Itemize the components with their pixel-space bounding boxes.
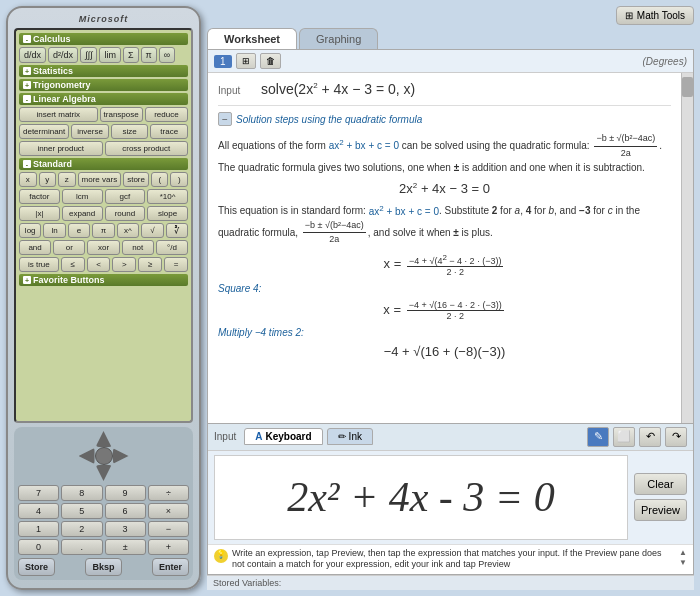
tab-graphing[interactable]: Graphing	[299, 28, 378, 49]
tab-worksheet[interactable]: Worksheet	[207, 28, 297, 49]
btn-slope[interactable]: slope	[147, 206, 188, 221]
backspace-button[interactable]: Bksp	[85, 558, 121, 576]
hint-scroll-up[interactable]: ▲	[679, 548, 687, 558]
favorite-toggle[interactable]: +	[23, 276, 31, 284]
btn-store[interactable]: store	[123, 172, 149, 187]
dpad-right[interactable]	[113, 448, 129, 464]
num-sign[interactable]: ±	[105, 539, 146, 555]
num-minus[interactable]: −	[148, 521, 189, 537]
btn-pi2[interactable]: π	[92, 223, 114, 238]
hint-scroll-down[interactable]: ▼	[679, 558, 687, 568]
btn-xpow[interactable]: x^	[117, 223, 139, 238]
dpad-up[interactable]	[96, 431, 112, 447]
calc-integral[interactable]: ∫∫∫	[80, 47, 97, 63]
num-8[interactable]: 8	[61, 485, 102, 501]
worksheet-scrollbar[interactable]	[681, 73, 693, 423]
btn-transpose[interactable]: transpose	[100, 107, 143, 122]
num-mul[interactable]: ×	[148, 503, 189, 519]
undo-button[interactable]: ↶	[639, 427, 661, 447]
standard-toggle[interactable]: -	[23, 160, 31, 168]
btn-abs[interactable]: |x|	[19, 206, 60, 221]
num-1[interactable]: 1	[18, 521, 59, 537]
favorite-header[interactable]: + Favorite Buttons	[19, 274, 188, 286]
linear-algebra-toggle[interactable]: -	[23, 95, 31, 103]
num-7[interactable]: 7	[18, 485, 59, 501]
btn-sqrt[interactable]: √	[141, 223, 163, 238]
btn-reduce[interactable]: reduce	[145, 107, 188, 122]
btn-and[interactable]: and	[19, 240, 51, 255]
btn-eq[interactable]: =	[164, 257, 188, 272]
num-9[interactable]: 9	[105, 485, 146, 501]
keyboard-tab[interactable]: A Keyboard	[244, 428, 322, 445]
statistics-header[interactable]: + Statistics	[19, 65, 188, 77]
btn-xor[interactable]: xor	[87, 240, 119, 255]
num-6[interactable]: 6	[105, 503, 146, 519]
calc-inf[interactable]: ∞	[159, 47, 175, 63]
num-0[interactable]: 0	[18, 539, 59, 555]
dpad-down[interactable]	[96, 465, 112, 481]
calc-pi[interactable]: π	[141, 47, 157, 63]
calculus-header[interactable]: - Calculus	[19, 33, 188, 45]
num-div[interactable]: ÷	[148, 485, 189, 501]
btn-not[interactable]: not	[122, 240, 154, 255]
calc-d2dx[interactable]: d²/dx	[48, 47, 78, 63]
btn-e[interactable]: e	[68, 223, 90, 238]
store-button[interactable]: Store	[18, 558, 55, 576]
ink-tab[interactable]: ✏ Ink	[327, 428, 373, 445]
btn-degfrac[interactable]: °/d	[156, 240, 188, 255]
btn-insert-matrix[interactable]: insert matrix	[19, 107, 98, 122]
statistics-toggle[interactable]: +	[23, 67, 31, 75]
calc-ddx[interactable]: d/dx	[19, 47, 46, 63]
btn-gcf[interactable]: gcf	[105, 189, 146, 204]
ink-canvas[interactable]: 2x² + 4x - 3 = 0	[214, 455, 628, 540]
standard-header[interactable]: - Standard	[19, 158, 188, 170]
num-4[interactable]: 4	[18, 503, 59, 519]
btn-log[interactable]: log	[19, 223, 41, 238]
btn-10x[interactable]: *10^	[147, 189, 188, 204]
btn-inner-product[interactable]: inner product	[19, 141, 103, 156]
delete-button[interactable]: 🗑	[260, 53, 281, 69]
linear-algebra-header[interactable]: - Linear Algebra	[19, 93, 188, 105]
math-tools-button[interactable]: ⊞ Math Tools	[616, 6, 694, 25]
btn-lparen[interactable]: (	[151, 172, 169, 187]
num-5[interactable]: 5	[61, 503, 102, 519]
btn-x[interactable]: x	[19, 172, 37, 187]
btn-leq[interactable]: ≤	[61, 257, 85, 272]
btn-determinant[interactable]: determinant	[19, 124, 69, 139]
btn-expand[interactable]: expand	[62, 206, 103, 221]
btn-more-vars[interactable]: more vars	[78, 172, 122, 187]
btn-cbrt[interactable]: ∛	[166, 223, 188, 238]
btn-trace[interactable]: trace	[150, 124, 188, 139]
btn-lcm[interactable]: lcm	[62, 189, 103, 204]
enter-button[interactable]: Enter	[152, 558, 189, 576]
calc-lim[interactable]: lim	[99, 47, 121, 63]
calc-sigma[interactable]: Σ	[123, 47, 139, 63]
collapse-button[interactable]: −	[218, 112, 232, 126]
grid-view-button[interactable]: ⊞	[236, 53, 256, 69]
num-3[interactable]: 3	[105, 521, 146, 537]
btn-factor[interactable]: factor	[19, 189, 60, 204]
trig-toggle[interactable]: +	[23, 81, 31, 89]
btn-istrue[interactable]: is true	[19, 257, 59, 272]
trig-header[interactable]: + Trigonometry	[19, 79, 188, 91]
btn-size[interactable]: size	[111, 124, 149, 139]
num-dot[interactable]: .	[61, 539, 102, 555]
btn-y[interactable]: y	[39, 172, 57, 187]
dpad-left[interactable]	[79, 448, 95, 464]
worksheet-scroll[interactable]: Input solve(2x2 + 4x − 3 = 0, x) − Solut…	[208, 73, 681, 423]
calculus-toggle[interactable]: -	[23, 35, 31, 43]
btn-z[interactable]: z	[58, 172, 76, 187]
pen-color-blue[interactable]: ✎	[587, 427, 609, 447]
btn-rparen[interactable]: )	[170, 172, 188, 187]
btn-geq[interactable]: ≥	[138, 257, 162, 272]
btn-ln[interactable]: ln	[43, 223, 65, 238]
btn-lt[interactable]: <	[87, 257, 111, 272]
num-plus[interactable]: +	[148, 539, 189, 555]
btn-gt[interactable]: >	[112, 257, 136, 272]
eraser-button[interactable]: ⬜	[613, 427, 635, 447]
dpad-center[interactable]	[95, 447, 113, 465]
btn-round[interactable]: round	[105, 206, 146, 221]
clear-button[interactable]: Clear	[634, 473, 687, 495]
preview-button[interactable]: Preview	[634, 499, 687, 521]
redo-button[interactable]: ↷	[665, 427, 687, 447]
